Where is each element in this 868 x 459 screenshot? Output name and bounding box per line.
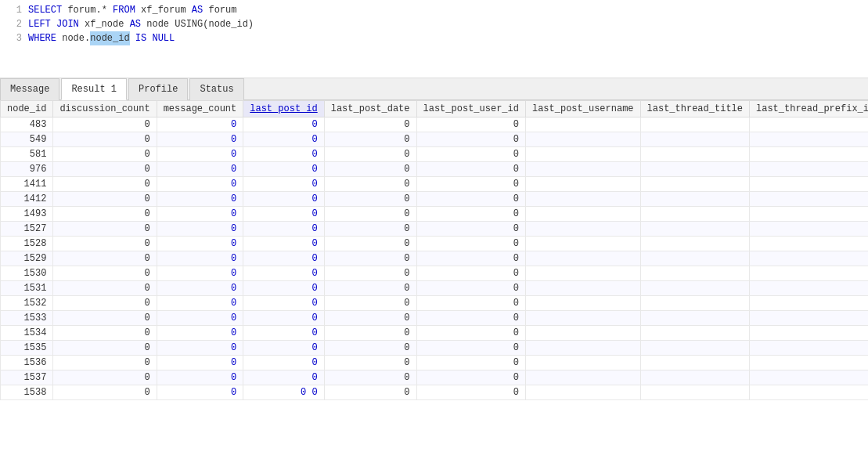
table-row[interactable]: 15310000000 — [1, 281, 869, 296]
table-cell-discussion_count: 0 — [53, 281, 157, 296]
table-cell-message_count: 0 — [157, 296, 243, 311]
table-cell-node_id: 549 — [1, 132, 53, 147]
table-row[interactable]: 14110000000 — [1, 177, 869, 192]
table-cell-last_post_date: 0 — [324, 356, 416, 370]
tab-message[interactable]: Message — [0, 78, 59, 100]
tab-status[interactable]: Status — [189, 78, 243, 100]
table-cell-last_thread_prefix_id — [749, 222, 868, 237]
table-cell-last_post_username — [525, 296, 640, 311]
table-cell-discussion_count: 0 — [53, 117, 157, 132]
table-row[interactable]: 15320000000 — [1, 296, 869, 311]
sql-line-3: 3 WHERE node. node_id IS NULL — [0, 31, 868, 45]
table-cell-last_thread_prefix_id — [749, 356, 868, 370]
table-cell-message_count: 0 — [157, 370, 243, 385]
table-cell-last_post_username — [525, 117, 640, 132]
table-cell-last_post_user_id: 0 — [416, 207, 525, 222]
table-cell-discussion_count: 0 — [53, 132, 157, 147]
table-cell-last_post_username — [525, 341, 640, 356]
table-cell-node_id: 1533 — [1, 311, 53, 326]
table-cell-last_post_date: 0 — [324, 370, 416, 385]
table-cell-last_thread_title — [640, 162, 749, 177]
table-cell-discussion_count: 0 — [53, 296, 157, 311]
table-cell-node_id: 1535 — [1, 341, 53, 356]
table-cell-message_count: 0 — [157, 385, 243, 400]
table-row[interactable]: 15290000000 — [1, 251, 869, 266]
table-cell-last_post_date: 0 — [324, 326, 416, 341]
table-cell-last_thread_title — [640, 296, 749, 311]
table-cell-discussion_count: 0 — [53, 341, 157, 356]
table-cell-last_post_username — [525, 162, 640, 177]
results-container[interactable]: node_id discussion_count message_count l… — [0, 100, 868, 459]
col-header-last_post_username[interactable]: last_post_username — [525, 101, 640, 117]
table-cell-discussion_count: 0 — [53, 370, 157, 385]
table-cell-node_id: 1538 — [1, 385, 53, 400]
table-cell-message_count: 0 — [157, 326, 243, 341]
table-cell-last_post_user_id: 0 — [416, 356, 525, 370]
table-cell-last_post_date: 0 — [324, 266, 416, 281]
table-cell-message_count: 0 — [157, 266, 243, 281]
tab-result1[interactable]: Result 1 — [61, 78, 127, 100]
table-cell-last_thread_prefix_id — [749, 147, 868, 162]
table-row[interactable]: 15280000000 — [1, 237, 869, 251]
table-cell-last_post_id: 0 — [243, 117, 324, 132]
table-row[interactable]: 14120000000 — [1, 192, 869, 207]
table-cell-message_count: 0 — [157, 341, 243, 356]
table-cell-last_thread_prefix_id — [749, 370, 868, 385]
table-cell-last_thread_prefix_id — [749, 117, 868, 132]
col-header-last_post_id[interactable]: last_post_id — [243, 101, 324, 117]
table-cell-last_post_user_id: 0 — [416, 237, 525, 251]
table-cell-last_post_id: 0 — [243, 237, 324, 251]
table-cell-message_count: 0 — [157, 192, 243, 207]
table-cell-node_id: 1532 — [1, 296, 53, 311]
table-cell-message_count: 0 — [157, 132, 243, 147]
table-cell-last_post_username — [525, 370, 640, 385]
table-row[interactable]: 5810000000 — [1, 147, 869, 162]
table-row[interactable]: 15350000000 — [1, 341, 869, 356]
table-cell-last_thread_title — [640, 117, 749, 132]
table-row[interactable]: 15300000000 — [1, 266, 869, 281]
table-cell-last_thread_prefix_id — [749, 296, 868, 311]
line-number-2: 2 — [3, 17, 22, 31]
table-cell-last_thread_prefix_id — [749, 385, 868, 400]
col-header-node_id[interactable]: node_id — [1, 101, 53, 117]
table-cell-last_post_id: 0 — [243, 251, 324, 266]
table-cell-last_post_date: 0 — [324, 132, 416, 147]
col-header-last_thread_title[interactable]: last_thread_title — [640, 101, 749, 117]
table-cell-node_id: 976 — [1, 162, 53, 177]
table-row[interactable]: 15330000000 — [1, 311, 869, 326]
table-cell-last_thread_title — [640, 341, 749, 356]
table-row[interactable]: 15360000000 — [1, 356, 869, 370]
table-cell-discussion_count: 0 — [53, 326, 157, 341]
table-row[interactable]: 14930000000 — [1, 207, 869, 222]
table-cell-message_count: 0 — [157, 356, 243, 370]
table-cell-last_post_user_id: 0 — [416, 162, 525, 177]
table-cell-last_post_user_id: 0 — [416, 177, 525, 192]
table-cell-node_id: 1493 — [1, 207, 53, 222]
table-cell-node_id: 1528 — [1, 237, 53, 251]
table-row[interactable]: 5490000000 — [1, 132, 869, 147]
col-header-discussion_count[interactable]: discussion_count — [53, 101, 157, 117]
col-header-last_thread_prefix_id[interactable]: last_thread_prefix_id — [749, 101, 868, 117]
col-header-last_post_date[interactable]: last_post_date — [324, 101, 416, 117]
table-row[interactable]: 9760000000 — [1, 162, 869, 177]
table-cell-last_thread_title — [640, 356, 749, 370]
table-cell-last_post_user_id: 0 — [416, 132, 525, 147]
table-row[interactable]: 15340000000 — [1, 326, 869, 341]
tabs-bar: Message Result 1 Profile Status — [0, 78, 868, 100]
table-cell-last_post_id: 0 — [243, 326, 324, 341]
table-row[interactable]: 4830000000 — [1, 117, 869, 132]
table-cell-last_thread_title — [640, 281, 749, 296]
col-header-last_post_user_id[interactable]: last_post_user_id — [416, 101, 525, 117]
table-row[interactable]: 1538000 00000 — [1, 385, 869, 400]
table-cell-last_post_username — [525, 385, 640, 400]
table-row[interactable]: 15270000000 — [1, 222, 869, 237]
col-header-message_count[interactable]: message_count — [157, 101, 243, 117]
tab-profile[interactable]: Profile — [128, 78, 188, 100]
table-cell-last_post_date: 0 — [324, 117, 416, 132]
table-cell-node_id: 1412 — [1, 192, 53, 207]
table-cell-node_id: 1529 — [1, 251, 53, 266]
table-cell-last_post_date: 0 — [324, 385, 416, 400]
table-row[interactable]: 15370000000 — [1, 370, 869, 385]
sql-editor[interactable]: 1 SELECT forum.* FROM xf_forum AS forum … — [0, 0, 868, 78]
table-cell-node_id: 1534 — [1, 326, 53, 341]
